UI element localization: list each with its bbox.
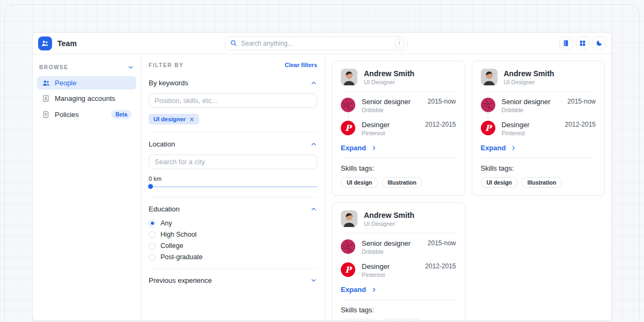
education-radio-group: Any High School College Post-graduate (149, 219, 317, 261)
search-input[interactable] (241, 40, 395, 47)
header-actions (559, 36, 606, 50)
chevron-right-icon (371, 145, 377, 151)
radio-option-post-graduate[interactable]: Post-graduate (149, 253, 317, 261)
experience-title: Senior designer (502, 98, 568, 106)
slider-thumb[interactable] (148, 184, 153, 189)
account-badge-icon (42, 94, 50, 103)
experience-row: Desinger Pinterest 2012-2015 (481, 121, 596, 136)
skill-tag: Illustration (382, 177, 422, 188)
skill-tag: UI design (341, 177, 378, 188)
experience-period: 2012-2015 (425, 121, 456, 128)
experience-row: Senior designer Dribbble 2015-now (341, 239, 456, 255)
moon-icon (596, 40, 603, 47)
expand-link[interactable]: Expand (341, 286, 456, 294)
sidebar-item-label: Managing accounts (55, 94, 115, 103)
chevron-up-icon[interactable] (310, 141, 317, 148)
pinterest-icon (341, 262, 355, 277)
chevron-up-icon[interactable] (310, 79, 317, 86)
people-icon (41, 39, 49, 48)
sidebar-item-policies[interactable]: Policies Beta (37, 107, 136, 122)
divider (149, 268, 317, 269)
experience-title: Desinger (362, 121, 425, 129)
radio-option-any[interactable]: Any (149, 219, 317, 227)
avatar (341, 210, 357, 227)
expand-link[interactable]: Expand (481, 144, 596, 152)
skills-label: Skills tags: (341, 164, 456, 172)
chevron-up-icon[interactable] (310, 206, 317, 213)
browse-section-header[interactable]: BROWSE (37, 58, 136, 76)
experience-period: 2012-2015 (565, 121, 596, 128)
filter-panel: FILTER BY Clear filters By keywords UI d… (141, 54, 325, 320)
experience-company: Dribbble (502, 107, 568, 113)
sidebar-item-people[interactable]: People (37, 76, 136, 90)
sidebar-item-label: Policies (55, 111, 79, 119)
distance-slider[interactable] (149, 184, 317, 189)
skills-label: Skills tags: (341, 306, 456, 314)
experience-company: Dribbble (362, 248, 428, 255)
results-area: Andrew Smith UI Designer Senior designer… (325, 54, 611, 320)
keywords-input[interactable] (149, 93, 317, 108)
app-header: Team / (33, 33, 611, 54)
dribbble-icon (481, 98, 495, 112)
experience-company: Dribbble (362, 107, 428, 113)
divider (341, 91, 456, 92)
radio-option-college[interactable]: College (149, 242, 317, 250)
person-card: Andrew Smith UI Designer Senior designer… (332, 202, 465, 320)
skill-tag: UI design (481, 177, 518, 188)
previous-experience-section-header[interactable]: Previous experience (149, 276, 317, 284)
clear-filters-link[interactable]: Clear filters (284, 62, 317, 68)
chevron-right-icon (510, 145, 517, 151)
divider (341, 233, 456, 233)
experience-period: 2015-now (428, 98, 456, 105)
radio-option-high-school[interactable]: High School (149, 231, 317, 238)
avatar (481, 69, 497, 85)
experience-company: Pinterest (362, 130, 425, 136)
keywords-section-header[interactable]: By keywords (149, 79, 317, 87)
beta-badge: Beta (111, 110, 131, 119)
chevron-down-icon[interactable] (310, 277, 317, 284)
app-title: Team (57, 39, 77, 48)
divider (341, 299, 456, 300)
experience-title: Senior designer (362, 239, 428, 247)
divider (481, 91, 596, 92)
sidebar-item-managing-accounts[interactable]: Managing accounts (37, 92, 136, 105)
experience-company: Pinterest (502, 130, 565, 136)
radio-icon (149, 254, 156, 261)
divider (481, 158, 596, 158)
skills-label: Skills tags: (481, 164, 596, 172)
location-section-header[interactable]: Location (149, 140, 317, 148)
experience-period: 2015-now (567, 98, 596, 105)
keyword-tag-ui-designer[interactable]: UI designer (149, 114, 199, 125)
person-name: Andrew Smith (364, 69, 414, 78)
book-button[interactable] (559, 36, 573, 50)
person-role: UI Designer (364, 79, 414, 85)
chevron-right-icon (371, 287, 377, 293)
experience-row: Senior designer Dribbble 2015-now (341, 98, 456, 113)
grid-view-button[interactable] (576, 36, 589, 50)
slider-track[interactable] (149, 186, 317, 187)
sidebar: BROWSE People Managing accounts Policies… (33, 54, 141, 320)
experience-title: Desinger (362, 262, 425, 270)
chevron-down-icon[interactable] (127, 64, 134, 71)
radio-icon (149, 243, 156, 250)
sidebar-item-label: People (55, 79, 76, 87)
skill-tag: Illustration (522, 177, 562, 188)
skill-tag: Illustration (382, 319, 422, 320)
book-icon (562, 40, 569, 47)
expand-link[interactable]: Expand (341, 144, 456, 152)
person-name: Andrew Smith (504, 69, 554, 78)
search-bar[interactable]: / (225, 36, 407, 50)
app-window: Team / BROWSE People Managing acc (32, 32, 612, 321)
document-icon (42, 111, 50, 119)
person-card: Andrew Smith UI Designer Senior designer… (332, 61, 465, 196)
search-icon (230, 40, 237, 47)
divider (341, 158, 456, 158)
person-card: Andrew Smith UI Designer Senior designer… (472, 61, 605, 196)
app-logo[interactable] (38, 36, 52, 50)
experience-title: Desinger (502, 121, 565, 129)
remove-x-icon[interactable] (189, 117, 194, 122)
divider (149, 132, 317, 133)
city-search-input[interactable] (149, 155, 317, 169)
education-section-header[interactable]: Education (149, 205, 317, 213)
dark-mode-button[interactable] (592, 36, 606, 50)
